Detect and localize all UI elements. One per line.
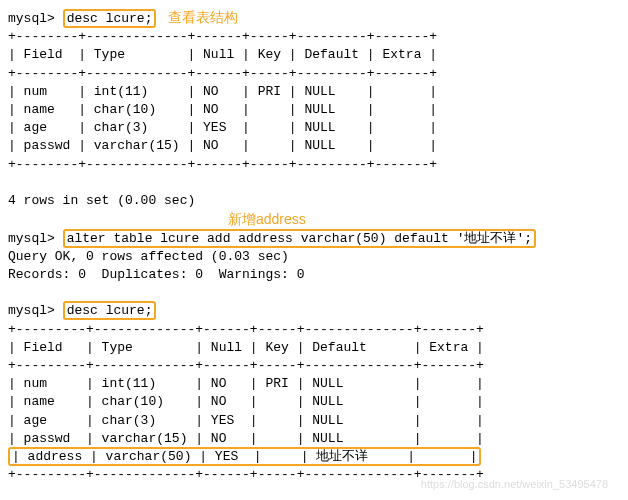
alter-command-line: mysql> alter table lcure add address var… <box>8 230 620 248</box>
prompt: mysql> <box>8 11 55 26</box>
table2-row-num: | num | int(11) | NO | PRI | NULL | | <box>8 375 620 393</box>
table1-sep-top: +--------+-------------+------+-----+---… <box>8 28 620 46</box>
prompt: mysql> <box>8 303 55 318</box>
table1-row-age: | age | char(3) | YES | | NULL | | <box>8 119 620 137</box>
table2-header: | Field | Type | Null | Key | Default | … <box>8 339 620 357</box>
table1-sep-bot: +--------+-------------+------+-----+---… <box>8 156 620 174</box>
annotation-view-structure: 查看表结构 <box>168 9 238 25</box>
table2-row-passwd: | passwd | varchar(15) | NO | | NULL | | <box>8 430 620 448</box>
alter-result-2: Records: 0 Duplicates: 0 Warnings: 0 <box>8 266 620 284</box>
table2-row-age: | age | char(3) | YES | | NULL | | <box>8 412 620 430</box>
command-highlight-desc2: desc lcure; <box>63 301 157 320</box>
table1-footer: 4 rows in set (0.00 sec) <box>8 192 620 210</box>
address-row-highlight: | address | varchar(50) | YES | | 地址不详 |… <box>8 447 481 466</box>
table2-sep-top: +---------+-------------+------+-----+--… <box>8 321 620 339</box>
table1-row-passwd: | passwd | varchar(15) | NO | | NULL | | <box>8 137 620 155</box>
table1-header: | Field | Type | Null | Key | Default | … <box>8 46 620 64</box>
watermark: https://blog.csdn.net/weixin_53495478 <box>421 477 608 492</box>
annotation-add-address: 新增address <box>228 210 620 230</box>
table1-row-name: | name | char(10) | NO | | NULL | | <box>8 101 620 119</box>
command-highlight-alter: alter table lcure add address varchar(50… <box>63 229 536 248</box>
desc-command-2: mysql> desc lcure; <box>8 302 620 320</box>
table2-row-address-highlight: | address | varchar(50) | YES | | 地址不详 |… <box>8 448 620 466</box>
table2-row-name: | name | char(10) | NO | | NULL | | <box>8 393 620 411</box>
desc-command-1: mysql> desc lcure;查看表结构 <box>8 8 620 28</box>
table1-sep-mid: +--------+-------------+------+-----+---… <box>8 65 620 83</box>
command-highlight-desc1: desc lcure; <box>63 9 157 28</box>
table2-sep-mid: +---------+-------------+------+-----+--… <box>8 357 620 375</box>
alter-result-1: Query OK, 0 rows affected (0.03 sec) <box>8 248 620 266</box>
table1-row-num: | num | int(11) | NO | PRI | NULL | | <box>8 83 620 101</box>
prompt: mysql> <box>8 231 55 246</box>
